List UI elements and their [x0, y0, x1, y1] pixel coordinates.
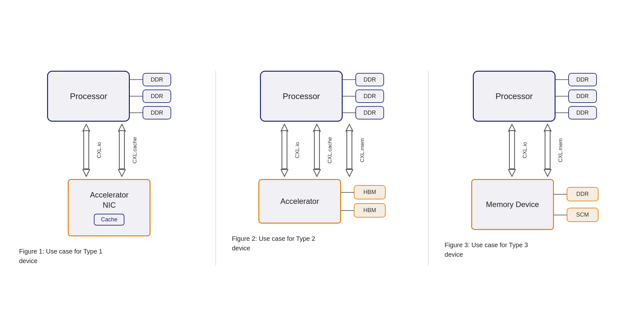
connector-line-1a	[130, 79, 143, 80]
hbm-box-1: HBM	[354, 185, 386, 199]
diagram-3-bottom: Memory Device DDR SCM	[444, 179, 625, 230]
arrow-cxlmem-2	[341, 122, 357, 179]
device-box-2: Accelerator	[258, 179, 341, 224]
diagram-1-bottom: AcceleratorNIC Cache	[19, 179, 200, 236]
arrow-label-cxlcache-1: CXL.cache	[132, 137, 138, 163]
page-container: Processor DDR DDR	[13, 58, 631, 272]
svg-marker-20	[346, 169, 353, 176]
arrow-label-cxlcache-2: CXL.cache	[327, 137, 333, 163]
connector-line-2a	[343, 79, 355, 80]
svg-rect-27	[509, 131, 514, 169]
connector-line-2b	[343, 96, 355, 97]
svg-marker-3	[83, 124, 90, 131]
diagrams-row: Processor DDR DDR	[13, 58, 631, 272]
connector-line-1c	[130, 112, 143, 113]
arrow-cxlio-2	[276, 122, 292, 179]
arrow-cxlcache-1	[114, 122, 130, 179]
divider-1	[215, 71, 216, 266]
ddr-box-2a: DDR	[355, 73, 384, 86]
device-label-1: AcceleratorNIC	[90, 190, 129, 210]
svg-rect-30	[545, 131, 550, 169]
ddr-box-1c: DDR	[143, 106, 171, 119]
arrow-label-cxlio-1: CXL.io	[96, 142, 102, 158]
ddr-box-1b: DDR	[143, 90, 171, 103]
svg-marker-28	[508, 169, 515, 176]
diagram-3-arrows: CXL.io CXL.mem	[444, 122, 625, 179]
connector-line-ddr3	[554, 194, 567, 195]
arrow-label-cxlio-3: CXL.io	[522, 142, 528, 158]
connector-line-hbm2	[341, 210, 354, 211]
ddr-box-2b: DDR	[355, 90, 384, 103]
diagram-2-bottom: Accelerator HBM HBM	[232, 179, 412, 224]
ddr-orange-box-3: DDR	[567, 187, 598, 201]
scm-box-3: SCM	[567, 208, 598, 222]
ddr-box-2c: DDR	[355, 106, 384, 119]
device-box-1: AcceleratorNIC Cache	[68, 179, 150, 236]
arrow-cxlio-3	[504, 122, 520, 179]
svg-marker-31	[544, 169, 551, 176]
diagram-2-arrows: CXL.io CXL.cache	[232, 122, 412, 179]
svg-rect-16	[314, 131, 319, 169]
ddr-box-3a: DDR	[568, 73, 597, 86]
connector-line-1b	[130, 96, 143, 97]
svg-marker-15	[313, 124, 320, 131]
processor-box-3: Processor	[473, 71, 556, 122]
arrow-label-cxlmem-2: CXL.mem	[359, 138, 366, 162]
device-label-2: Accelerator	[280, 197, 319, 206]
arrow-cxlio-1	[78, 122, 94, 179]
arrow-cxlcache-2	[309, 122, 325, 179]
cache-box-1: Cache	[94, 214, 124, 226]
svg-rect-13	[282, 131, 287, 169]
connector-line-hbm1	[341, 192, 354, 193]
figure-caption-1: Figure 1: Use case for Type 1 device	[19, 247, 121, 266]
processor-box-1: Processor	[47, 71, 130, 122]
diagram-2: Processor DDR DDR	[232, 71, 412, 253]
connector-line-3a	[556, 79, 568, 80]
divider-2	[428, 71, 429, 266]
svg-marker-29	[544, 124, 551, 131]
svg-rect-4	[84, 131, 89, 169]
svg-rect-7	[119, 131, 124, 169]
ddr-box-3c: DDR	[568, 106, 597, 119]
svg-marker-14	[281, 169, 288, 176]
svg-marker-6	[118, 124, 125, 131]
diagram-2-content: Processor DDR DDR	[232, 71, 412, 224]
svg-marker-5	[83, 169, 90, 176]
ddr-box-1a: DDR	[143, 73, 171, 86]
svg-marker-12	[281, 124, 288, 131]
diagram-3-top: Processor DDR DDR	[444, 71, 625, 122]
diagram-1-top: Processor DDR DDR	[19, 71, 200, 122]
connector-line-2c	[343, 112, 355, 113]
device-box-3: Memory Device	[471, 179, 554, 230]
svg-rect-19	[347, 131, 352, 169]
arrow-cxlmem-3	[540, 122, 556, 179]
processor-label-3: Processor	[495, 91, 533, 101]
diagram-1-arrows: CXL.io CXL.cache	[19, 122, 200, 179]
arrow-label-cxlio-2: CXL.io	[294, 142, 301, 158]
diagram-1-content: Processor DDR DDR	[19, 71, 200, 236]
diagram-3: Processor DDR DDR	[444, 71, 625, 259]
svg-marker-18	[346, 124, 353, 131]
diagram-3-content: Processor DDR DDR	[444, 71, 625, 230]
figure-caption-3: Figure 3: Use case for Type 3 device	[444, 240, 546, 259]
processor-label-1: Processor	[70, 91, 107, 101]
diagram-1: Processor DDR DDR	[19, 71, 200, 266]
figure-caption-2: Figure 2: Use case for Type 2 device	[232, 234, 334, 253]
diagram-2-top: Processor DDR DDR	[232, 71, 412, 122]
svg-marker-26	[508, 124, 515, 131]
device-label-3: Memory Device	[486, 200, 539, 209]
hbm-box-2: HBM	[354, 203, 386, 218]
processor-box-2: Processor	[260, 71, 343, 122]
connector-line-scm3	[554, 214, 567, 216]
arrow-label-cxlmem-3: CXL.mem	[557, 138, 564, 162]
svg-marker-17	[313, 169, 320, 176]
svg-marker-8	[118, 169, 125, 176]
connector-line-3b	[556, 96, 568, 97]
processor-label-2: Processor	[283, 91, 320, 101]
ddr-box-3b: DDR	[568, 90, 597, 103]
connector-line-3c	[556, 112, 568, 113]
